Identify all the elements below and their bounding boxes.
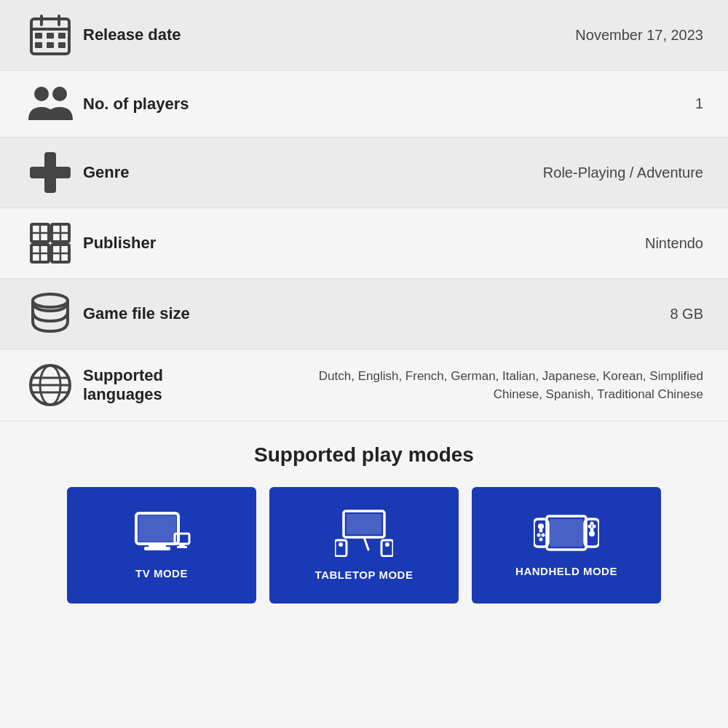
svg-point-61 [590,528,594,531]
handheld-mode-card[interactable]: HANDHELD MODE [472,487,661,604]
genre-icon [17,151,83,194]
svg-point-51 [542,534,545,537]
tv-mode-card[interactable]: TV MODE [67,487,256,604]
filesize-icon [17,292,83,336]
genre-value: Role-Playing / Adventure [287,165,711,181]
svg-rect-40 [177,546,187,548]
file-size-value: 8 GB [287,306,711,323]
play-modes-section: Supported play modes TV MODE [0,422,728,618]
play-modes-title: Supported play modes [15,443,713,467]
svg-point-57 [589,531,595,537]
info-table: Release date November 17, 2023 No. of pl… [0,0,728,422]
languages-row: Supported languages Dutch, English, Fren… [0,349,728,422]
handheld-icon [534,513,599,556]
svg-point-59 [593,525,596,529]
genre-label: Genre [83,163,287,182]
svg-point-26 [33,294,68,307]
release-date-row: Release date November 17, 2023 [0,0,728,71]
svg-rect-5 [47,33,54,39]
play-modes-grid: TV MODE TABLETOP MODE [15,487,713,604]
tabletop-mode-card[interactable]: TABLETOP MODE [269,487,459,604]
svg-point-60 [590,522,594,526]
svg-point-50 [537,534,541,537]
file-size-label: Game file size [83,304,287,323]
tv-mode-label: TV MODE [135,567,188,579]
num-players-label: No. of players [83,95,287,114]
languages-value: Dutch, English, French, German, Italian,… [287,367,711,404]
release-date-value: November 17, 2023 [287,27,711,44]
svg-point-45 [339,542,343,547]
svg-rect-42 [347,514,381,534]
svg-line-43 [364,537,368,550]
svg-rect-35 [138,515,176,542]
svg-rect-7 [35,42,42,48]
tabletop-icon [335,510,393,560]
players-icon [17,84,83,124]
svg-rect-36 [149,544,166,547]
file-size-row: Game file size 8 GB [0,279,728,349]
publisher-value: Nintendo [287,235,711,252]
release-date-label: Release date [83,25,287,44]
num-players-row: No. of players 1 [0,71,728,138]
handheld-mode-label: HANDHELD MODE [515,565,617,577]
svg-rect-39 [179,544,185,546]
svg-point-11 [52,87,67,101]
publisher-icon [17,221,83,265]
svg-rect-8 [47,42,54,48]
languages-label: Supported languages [83,366,287,404]
calendar-icon [17,13,83,57]
tabletop-mode-label: TABLETOP MODE [315,569,414,581]
svg-rect-13 [30,167,71,178]
genre-row: Genre Role-Playing / Adventure [0,138,728,208]
svg-point-53 [539,538,543,542]
languages-icon [17,363,83,408]
svg-point-49 [538,523,544,529]
publisher-label: Publisher [83,234,287,253]
svg-point-47 [385,542,389,547]
svg-rect-37 [144,547,170,550]
svg-point-10 [34,87,49,101]
num-players-value: 1 [287,95,711,112]
svg-point-52 [539,529,543,533]
svg-rect-4 [35,33,42,39]
svg-point-58 [588,525,592,529]
svg-rect-9 [58,42,66,48]
svg-rect-6 [58,33,66,39]
publisher-row: Publisher Nintendo [0,208,728,279]
tv-icon [132,512,191,558]
svg-rect-55 [550,519,583,547]
